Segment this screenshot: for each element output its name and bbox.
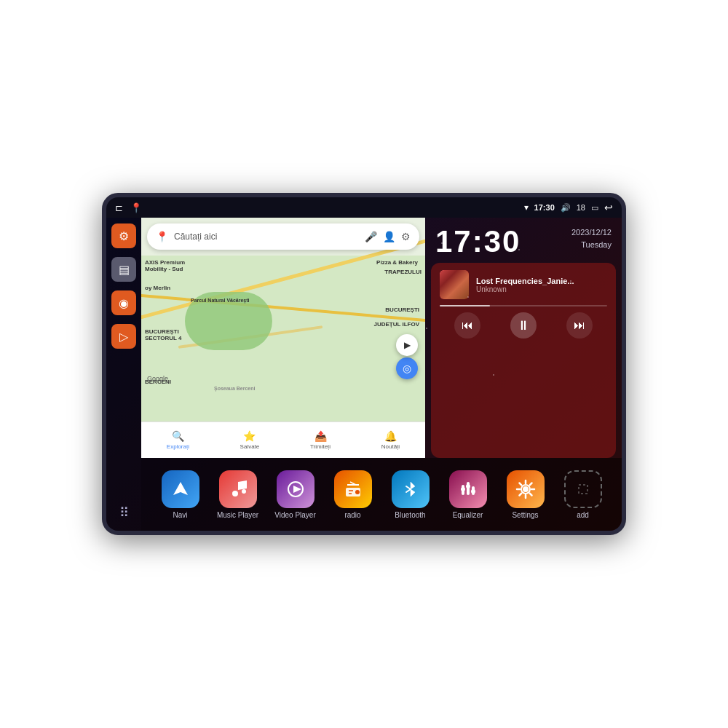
voice-search-icon[interactable]: 🎤	[365, 231, 377, 242]
next-icon: ⏭	[574, 319, 585, 332]
status-left: ⊏ 📍	[115, 202, 142, 213]
news-label: Noutăți	[381, 443, 400, 450]
map-tab-news[interactable]: 🔔 Noutăți	[381, 430, 400, 450]
music-text: Lost Frequencies_Janie... Unknown	[476, 277, 607, 293]
map-area[interactable]: 📍 Căutați aici 🎤 👤 ⚙	[141, 218, 425, 458]
music-player-icon	[219, 470, 257, 508]
map-bottom-bar: 🔍 Explorați ⭐ Salvate 📤 Trimiteți	[141, 422, 425, 458]
map-tab-send[interactable]: 📤 Trimiteți	[310, 430, 331, 450]
sidebar-location-btn[interactable]: ◉	[111, 290, 136, 315]
sidebar-settings-btn[interactable]: ⚙	[111, 223, 136, 248]
map-label-buc: BUCUREȘTI	[385, 306, 419, 313]
svg-point-17	[523, 486, 529, 492]
music-progress-bar[interactable]	[440, 305, 607, 306]
news-icon: 🔔	[384, 430, 397, 442]
explore-label: Explorați	[167, 443, 189, 450]
radio-label: radio	[344, 511, 360, 519]
map-search-bar[interactable]: 📍 Căutați aici 🎤 👤 ⚙	[147, 223, 419, 250]
clock-time: 17:30	[435, 226, 521, 257]
fake-map: 📍 Căutați aici 🎤 👤 ⚙	[141, 218, 425, 458]
music-artist: Unknown	[476, 285, 607, 293]
play-pause-btn[interactable]: ⏸	[510, 312, 537, 339]
app-radio[interactable]: radio	[330, 470, 376, 519]
app-equalizer[interactable]: Equalizer	[445, 470, 491, 519]
center-area: 📍 Căutați aici 🎤 👤 ⚙	[141, 218, 622, 531]
map-background: AXIS PremiumMobility - Sud Pizza & Baker…	[141, 256, 425, 422]
bluetooth-icon	[392, 470, 430, 508]
saved-icon: ⭐	[243, 430, 256, 442]
settings-app-label: Settings	[512, 511, 538, 519]
clock-date-value: 2023/12/12	[571, 226, 612, 239]
album-art	[440, 270, 469, 299]
music-player-label: Music Player	[217, 511, 258, 519]
radio-icon	[334, 470, 372, 508]
home-status-icon[interactable]: ⊏	[115, 202, 123, 213]
video-player-label: Video Player	[274, 511, 316, 519]
app-add[interactable]: add	[560, 470, 606, 519]
battery-num: 18	[577, 203, 585, 212]
svg-point-15	[466, 484, 470, 488]
music-controls: ⏮ ⏸ ⏭	[440, 312, 607, 339]
send-icon: 📤	[314, 430, 327, 442]
location-sidebar-icon: ◉	[119, 296, 129, 310]
app-video-player[interactable]: Video Player	[272, 470, 319, 519]
play-pause-icon: ⏸	[517, 318, 530, 333]
navi-icon	[162, 470, 199, 508]
top-row: 📍 Căutați aici 🎤 👤 ⚙	[141, 218, 622, 458]
svg-point-14	[461, 487, 465, 491]
account-icon[interactable]: 👤	[383, 231, 395, 242]
app-navi[interactable]: Navi	[157, 470, 204, 519]
send-label: Trimiteți	[310, 443, 331, 450]
grid-icon: ⠿	[119, 505, 129, 521]
map-label-trap: TRAPEZULUI	[384, 269, 422, 275]
map-label-pizza: Pizza & Bakery	[376, 259, 418, 266]
nav-sidebar-icon: ▷	[119, 330, 128, 344]
map-label-ilfov: JUDEȚUL ILFOV	[373, 321, 419, 328]
main-content: ⚙ ▤ ◉ ▷ ⠿	[106, 218, 622, 531]
prev-icon: ⏮	[462, 319, 473, 332]
app-settings[interactable]: Settings	[502, 470, 549, 519]
map-label-sosea: Șoseaua Berceni	[214, 386, 255, 391]
map-label-merlin: oy Merlin	[145, 285, 170, 291]
map-search-text: Căutați aici	[174, 232, 359, 242]
svg-point-16	[471, 489, 475, 494]
sidebar-grid-btn[interactable]: ⠿	[111, 500, 136, 525]
map-status-icon[interactable]: 📍	[130, 202, 142, 213]
clock-day-value: Tuesday	[571, 239, 612, 251]
settings-map-icon[interactable]: ⚙	[401, 231, 411, 242]
map-tab-saved[interactable]: ⭐ Salvate	[240, 430, 260, 450]
clock-date: 2023/12/12 Tuesday	[571, 226, 612, 250]
back-icon[interactable]: ↩	[604, 202, 613, 213]
status-bar: ⊏ 📍 ▾ 17:30 🔊 18 ▭ ↩	[106, 197, 622, 218]
sidebar: ⚙ ▤ ◉ ▷ ⠿	[106, 218, 141, 531]
add-label: add	[577, 511, 589, 519]
music-progress-fill	[440, 305, 490, 306]
files-sidebar-icon: ▤	[119, 263, 130, 277]
next-track-btn[interactable]: ⏭	[566, 312, 593, 339]
settings-icon	[507, 470, 545, 508]
music-info-row: Lost Frequencies_Janie... Unknown	[440, 270, 607, 299]
saved-label: Salvate	[240, 443, 260, 450]
svg-point-2	[242, 489, 246, 494]
google-maps-icon: 📍	[156, 231, 168, 242]
explore-icon: 🔍	[172, 430, 184, 442]
sidebar-files-btn[interactable]: ▤	[111, 257, 136, 282]
prev-track-btn[interactable]: ⏮	[454, 312, 480, 339]
bluetooth-label: Bluetooth	[395, 511, 425, 519]
music-title: Lost Frequencies_Janie...	[476, 277, 607, 285]
app-music-player[interactable]: Music Player	[215, 470, 261, 519]
clock-area: 17:30 2023/12/12 Tuesday	[425, 218, 622, 263]
sidebar-nav-btn[interactable]: ▷	[111, 324, 136, 349]
svg-marker-4	[293, 486, 301, 493]
apps-bar: Navi Music Player Video Player	[141, 458, 622, 531]
map-tab-explore[interactable]: 🔍 Explorați	[167, 430, 189, 450]
app-bluetooth[interactable]: Bluetooth	[387, 470, 434, 519]
volume-icon: 🔊	[561, 203, 571, 213]
equalizer-label: Equalizer	[453, 511, 483, 519]
start-nav-btn[interactable]: ▶	[396, 334, 418, 356]
map-container[interactable]: 📍 Căutați aici 🎤 👤 ⚙	[141, 218, 425, 458]
my-location-btn[interactable]: ◎	[396, 357, 418, 379]
album-art-image	[440, 270, 469, 299]
svg-point-8	[355, 490, 360, 494]
video-player-icon	[277, 470, 314, 508]
